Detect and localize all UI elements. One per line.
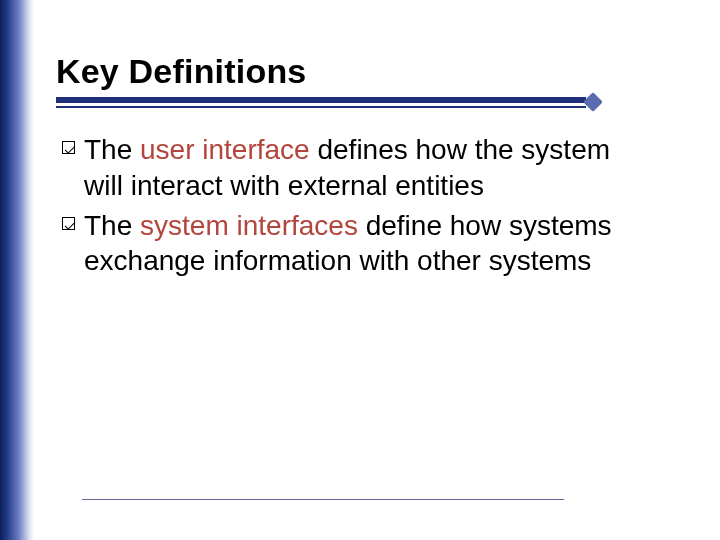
title-underline-thin <box>56 106 586 108</box>
bullet-item: The user interface defines how the syste… <box>62 132 622 204</box>
checkbox-bullet-icon <box>62 217 75 230</box>
slide-body: The user interface defines how the syste… <box>62 132 622 283</box>
slide: Key Definitions The user interface defin… <box>0 0 720 540</box>
title-underline-cap-icon <box>583 92 603 112</box>
left-gradient-bar <box>0 0 34 540</box>
bullet-text-emphasis: user interface <box>140 134 310 165</box>
bullet-text-emphasis: system interfaces <box>140 210 358 241</box>
bullet-item: The system interfaces define how systems… <box>62 208 622 280</box>
bullet-text-pre: The <box>84 134 140 165</box>
title-underline-thick <box>56 97 586 103</box>
title-underline <box>56 97 656 111</box>
checkbox-bullet-icon <box>62 141 75 154</box>
slide-title: Key Definitions <box>56 52 656 91</box>
footer-divider <box>82 499 564 500</box>
bullet-text-pre: The <box>84 210 140 241</box>
title-block: Key Definitions <box>56 52 656 111</box>
